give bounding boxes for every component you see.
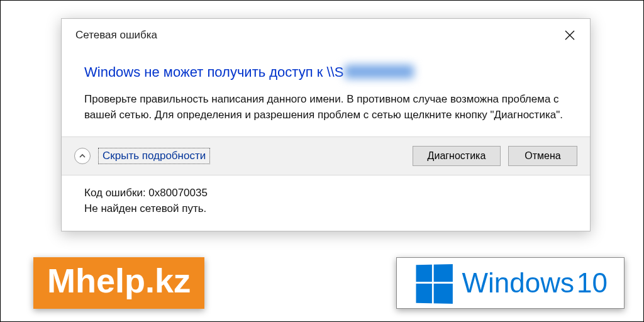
toggle-details-label[interactable]: Скрыть подробности	[98, 148, 210, 164]
headline-text: Windows не может получить доступ к \\S	[84, 64, 343, 80]
chevron-up-icon	[79, 152, 86, 160]
toggle-details-button[interactable]	[74, 148, 91, 164]
button-row: Скрыть подробности Диагностика Отмена	[62, 136, 590, 175]
main-section: Windows не может получить доступ к \\S П…	[62, 52, 590, 136]
close-icon	[565, 30, 575, 40]
diagnose-button[interactable]: Диагностика	[413, 146, 501, 166]
details-section: Код ошибки: 0x80070035 Не найден сетевой…	[62, 175, 590, 230]
windows10-badge: Windows10	[396, 257, 625, 309]
mhelp-text: Mhelp.kz	[47, 262, 191, 299]
windows-word: Windows	[462, 267, 575, 298]
redacted-hostname	[345, 65, 414, 79]
close-button[interactable]	[561, 26, 579, 44]
error-code: Код ошибки: 0x80070035	[84, 186, 572, 201]
cancel-button[interactable]: Отмена	[508, 146, 577, 166]
windows-version: 10	[577, 267, 608, 298]
network-error-dialog: Сетевая ошибка Windows не может получить…	[61, 18, 591, 231]
windows-logo-icon	[416, 264, 450, 302]
mhelp-badge: Mhelp.kz	[33, 257, 204, 309]
error-headline: Windows не может получить доступ к \\S	[84, 63, 572, 80]
error-body: Проверьте правильность написания данного…	[84, 92, 572, 123]
dialog-title: Сетевая ошибка	[75, 29, 157, 42]
error-message: Не найден сетевой путь.	[84, 201, 572, 217]
windows10-text: Windows10	[462, 267, 608, 299]
titlebar: Сетевая ошибка	[62, 19, 590, 52]
